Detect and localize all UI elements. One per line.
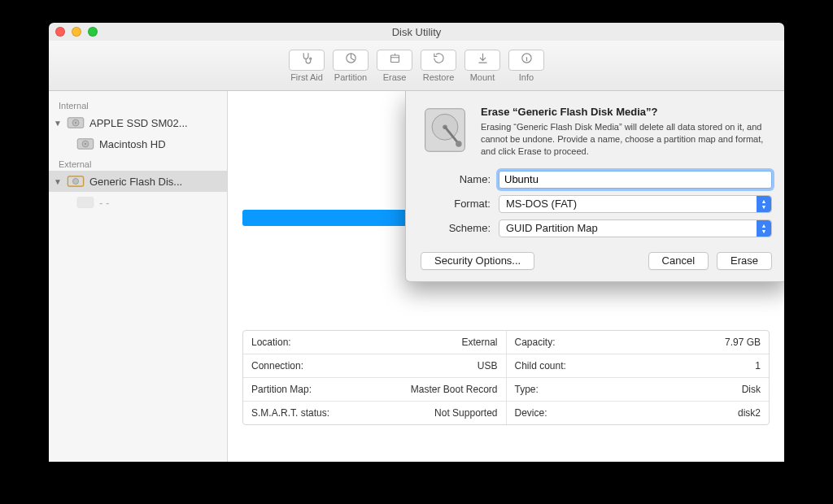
info-key: S.M.A.R.T. status: bbox=[251, 407, 329, 419]
volume-icon bbox=[76, 137, 94, 150]
sidebar-item-macintosh-hd[interactable]: Macintosh HD bbox=[49, 133, 227, 154]
info-key: Capacity: bbox=[515, 337, 556, 348]
table-row: Partition Map:Master Boot Record Type:Di… bbox=[243, 378, 769, 402]
restore-label: Restore bbox=[423, 72, 455, 82]
info-key: Child count: bbox=[515, 360, 566, 371]
table-row: Location:External Capacity:7.97 GB bbox=[243, 331, 769, 354]
content-pane: Location:External Capacity:7.97 GB Conne… bbox=[228, 91, 784, 462]
info-value: External bbox=[461, 337, 497, 348]
restore-icon bbox=[432, 51, 446, 68]
svg-point-0 bbox=[309, 58, 311, 59]
scheme-select-value: GUID Partition Map bbox=[506, 222, 598, 234]
stethoscope-icon bbox=[300, 51, 314, 68]
info-value: disk2 bbox=[738, 407, 761, 419]
sidebar-item-apple-ssd[interactable]: ▼ APPLE SSD SM02... bbox=[49, 112, 227, 133]
svg-rect-13 bbox=[77, 198, 94, 207]
pie-icon bbox=[344, 51, 358, 68]
internal-disk-icon bbox=[67, 116, 85, 129]
info-value: Master Boot Record bbox=[411, 384, 498, 395]
info-key: Type: bbox=[515, 384, 539, 395]
info-value: USB bbox=[478, 360, 498, 371]
sidebar: Internal ▼ APPLE SSD SM02... Macintosh H… bbox=[49, 91, 228, 462]
info-key: Partition Map: bbox=[251, 384, 312, 395]
disk-info-table: Location:External Capacity:7.97 GB Conne… bbox=[242, 330, 770, 425]
info-value: Not Supported bbox=[434, 407, 497, 419]
sidebar-header-external: External bbox=[49, 154, 227, 171]
svg-point-17 bbox=[456, 141, 462, 147]
first-aid-button[interactable] bbox=[289, 50, 325, 71]
erase-dialog: Erase “Generic Flash Disk Media”? Erasin… bbox=[405, 91, 784, 282]
scheme-label: Scheme: bbox=[421, 222, 499, 234]
info-key: Location: bbox=[251, 337, 291, 348]
dialog-title: Erase “Generic Flash Disk Media”? bbox=[481, 106, 772, 118]
hard-disk-icon bbox=[421, 106, 469, 154]
erase-icon bbox=[388, 51, 402, 68]
sidebar-item-label: APPLE SSD SM02... bbox=[89, 117, 220, 129]
sidebar-item-label: Macintosh HD bbox=[99, 138, 220, 150]
table-row: S.M.A.R.T. status:Not Supported Device:d… bbox=[243, 402, 769, 424]
disk-utility-window: Disk Utility First Aid Partition bbox=[49, 23, 784, 462]
info-key: Device: bbox=[515, 407, 547, 419]
window-title: Disk Utility bbox=[49, 26, 784, 38]
security-options-button[interactable]: Security Options... bbox=[421, 252, 534, 270]
erase-label: Erase bbox=[383, 72, 407, 82]
chevron-updown-icon: ▲▼ bbox=[757, 220, 771, 237]
svg-point-6 bbox=[75, 122, 76, 124]
sidebar-item-label: Generic Flash Dis... bbox=[89, 176, 220, 188]
restore-button[interactable] bbox=[421, 50, 456, 71]
name-label: Name: bbox=[421, 173, 499, 185]
toolbar: First Aid Partition Erase bbox=[49, 41, 784, 91]
sidebar-item-generic-flash[interactable]: ▼ Generic Flash Dis... bbox=[49, 171, 227, 192]
svg-rect-2 bbox=[390, 55, 399, 63]
format-label: Format: bbox=[421, 198, 499, 210]
cancel-button[interactable]: Cancel bbox=[648, 252, 709, 270]
first-aid-label: First Aid bbox=[290, 72, 323, 82]
volume-icon bbox=[76, 196, 94, 209]
chevron-updown-icon: ▲▼ bbox=[757, 196, 771, 212]
info-key: Connection: bbox=[251, 360, 303, 371]
mount-icon bbox=[476, 51, 490, 68]
erase-button[interactable] bbox=[377, 50, 412, 71]
info-icon bbox=[520, 51, 534, 68]
partition-button[interactable] bbox=[333, 50, 369, 71]
svg-point-9 bbox=[85, 143, 86, 145]
info-label: Info bbox=[519, 72, 534, 82]
info-value: 1 bbox=[755, 360, 761, 371]
mount-button[interactable] bbox=[464, 50, 500, 71]
svg-point-12 bbox=[72, 178, 78, 184]
name-input[interactable] bbox=[499, 171, 772, 189]
info-button[interactable] bbox=[508, 50, 544, 71]
external-disk-icon bbox=[67, 175, 85, 188]
titlebar: Disk Utility bbox=[49, 23, 784, 41]
disclosure-triangle-icon[interactable]: ▼ bbox=[54, 119, 62, 128]
sidebar-header-internal: Internal bbox=[49, 96, 227, 112]
erase-confirm-button[interactable]: Erase bbox=[717, 252, 772, 270]
info-value: 7.97 GB bbox=[725, 337, 761, 348]
table-row: Connection:USB Child count:1 bbox=[243, 354, 769, 378]
mount-label: Mount bbox=[470, 72, 495, 82]
sidebar-item-label: - - bbox=[99, 197, 220, 209]
scheme-select[interactable]: GUID Partition Map ▲▼ bbox=[499, 219, 772, 237]
dialog-body-text: Erasing “Generic Flash Disk Media” will … bbox=[481, 121, 772, 158]
partition-label: Partition bbox=[334, 72, 367, 82]
info-value: Disk bbox=[742, 384, 761, 395]
disclosure-triangle-icon[interactable]: ▼ bbox=[54, 177, 62, 186]
format-select[interactable]: MS-DOS (FAT) ▲▼ bbox=[499, 195, 772, 213]
format-select-value: MS-DOS (FAT) bbox=[506, 198, 577, 210]
sidebar-item-untitled[interactable]: - - bbox=[49, 192, 227, 213]
